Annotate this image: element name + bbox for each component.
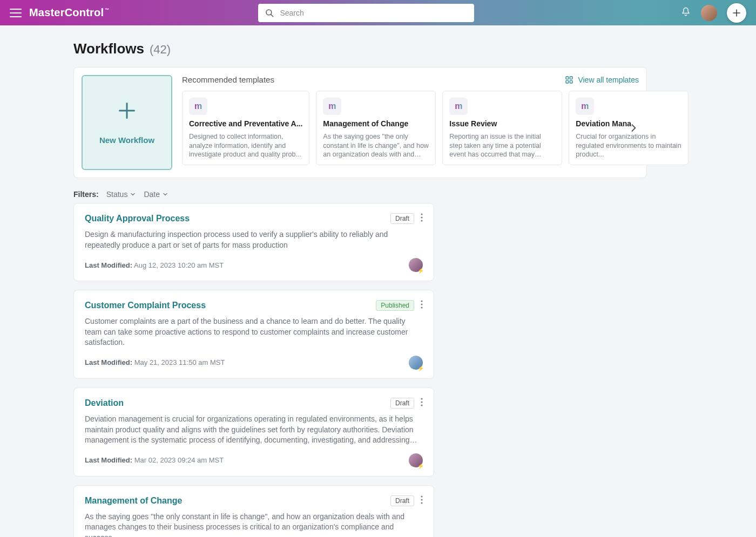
search-input[interactable] [280, 9, 468, 17]
template-card[interactable]: m Corrective and Preventative A... Desig… [182, 91, 309, 165]
chevron-down-icon [130, 191, 136, 198]
bolt-icon: ⚡ [417, 365, 424, 371]
svg-point-13 [421, 213, 422, 215]
more-menu-icon[interactable] [421, 300, 423, 311]
owner-avatar[interactable]: ⚡ [409, 356, 423, 370]
plus-icon [117, 101, 137, 123]
template-title: Management of Change [323, 119, 429, 127]
more-menu-icon[interactable] [421, 495, 423, 506]
svg-point-14 [421, 216, 422, 218]
template-title: Corrective and Preventative A... [189, 119, 302, 127]
workflow-title[interactable]: Deviation [85, 398, 124, 408]
owner-avatar[interactable]: ⚡ [409, 453, 423, 467]
workflow-title[interactable]: Customer Complaint Process [85, 301, 206, 310]
filters-label: Filters: [73, 190, 99, 199]
last-modified: Last Modified: Mar 02, 2023 09:24 am MST [85, 456, 224, 464]
svg-rect-10 [570, 77, 573, 79]
svg-rect-11 [566, 80, 569, 83]
search-icon [265, 8, 274, 18]
menu-icon[interactable] [10, 8, 22, 18]
workflow-desc: Deviation management is crucial for orga… [85, 414, 423, 446]
workflow-desc: Design & manufacturing inspection proces… [85, 229, 423, 250]
last-modified: Last Modified: May 21, 2023 11:50 am MST [85, 358, 225, 366]
workflow-card[interactable]: Customer Complaint Process Published Cus… [73, 290, 434, 379]
templates-section-title: Recommended templates [182, 75, 274, 84]
status-badge: Draft [390, 495, 414, 506]
svg-point-18 [421, 307, 422, 309]
filter-date-label: Date [144, 190, 160, 199]
svg-point-15 [421, 220, 422, 221]
workflow-list: Quality Approval Process Draft Design & … [73, 203, 434, 537]
page-body: Workflows (42) New Workflow Recommended … [0, 25, 756, 537]
template-card[interactable]: m Issue Review Reporting an issue is the… [442, 91, 562, 165]
more-menu-icon[interactable] [421, 213, 423, 224]
filters-row: Filters: Status Date [73, 190, 756, 199]
template-desc: Reporting an issue is the initial step t… [449, 132, 555, 158]
svg-point-21 [421, 404, 422, 406]
template-desc: Designed to collect information, analyze… [189, 132, 302, 158]
template-logo-icon: m [323, 98, 341, 115]
workflow-title[interactable]: Quality Approval Process [85, 214, 190, 223]
new-workflow-label: New Workflow [99, 135, 154, 145]
svg-point-24 [421, 502, 422, 504]
last-modified: Last Modified: Aug 12, 2023 10:20 am MST [85, 261, 224, 269]
workflow-title[interactable]: Management of Change [85, 496, 182, 506]
bolt-icon: ⚡ [417, 268, 424, 274]
svg-rect-9 [566, 77, 569, 79]
status-badge: Draft [390, 398, 414, 409]
more-menu-icon[interactable] [421, 398, 423, 409]
brand-logo: MasterControl™ [29, 6, 109, 19]
grid-icon [565, 76, 573, 84]
new-workflow-button[interactable]: New Workflow [82, 75, 172, 170]
template-logo-icon: m [449, 98, 468, 115]
templates-panel: New Workflow Recommended templates View … [73, 67, 647, 178]
template-card[interactable]: m Management of Change As the saying goe… [316, 91, 436, 165]
filter-status[interactable]: Status [106, 190, 137, 199]
owner-avatar[interactable]: ⚡ [409, 258, 423, 272]
svg-line-4 [271, 14, 273, 16]
notifications-icon[interactable] [680, 6, 691, 19]
search-input-wrap[interactable] [258, 4, 474, 22]
template-desc: As the saying goes "the only constant in… [323, 132, 429, 158]
filter-date[interactable]: Date [144, 190, 168, 199]
svg-point-20 [421, 401, 422, 403]
workflow-desc: Customer complaints are a part of the bu… [85, 316, 423, 348]
app-header: MasterControl™ [0, 0, 756, 25]
carousel-next-button[interactable] [626, 120, 641, 135]
workflow-card[interactable]: Quality Approval Process Draft Design & … [73, 203, 434, 281]
view-all-label: View all templates [578, 76, 639, 84]
view-all-templates-link[interactable]: View all templates [565, 76, 639, 84]
svg-rect-12 [570, 80, 573, 83]
brand-text: MasterControl [29, 6, 104, 19]
template-logo-icon: m [576, 98, 594, 115]
svg-point-16 [421, 301, 422, 302]
svg-point-19 [421, 398, 422, 399]
page-title: Workflows [73, 40, 144, 57]
status-badge: Published [376, 300, 414, 311]
template-logo-icon: m [189, 98, 207, 115]
global-add-button[interactable] [727, 3, 746, 23]
workflow-card[interactable]: Deviation Draft Deviation management is … [73, 388, 434, 477]
page-count: (42) [150, 43, 171, 57]
status-badge: Draft [390, 213, 414, 224]
workflow-card[interactable]: Management of Change Draft As the saying… [73, 485, 434, 537]
template-carousel: m Corrective and Preventative A... Desig… [182, 91, 639, 165]
svg-point-22 [421, 495, 422, 497]
svg-point-23 [421, 499, 422, 500]
workflow-desc: As the saying goes "the only constant in… [85, 512, 423, 537]
bolt-icon: ⚡ [417, 463, 424, 469]
user-avatar[interactable] [701, 5, 717, 21]
template-title: Issue Review [449, 119, 555, 127]
template-desc: Crucial for organizations in regulated e… [576, 132, 681, 158]
chevron-down-icon [162, 191, 168, 198]
svg-point-17 [421, 304, 422, 305]
filter-status-label: Status [106, 190, 128, 199]
